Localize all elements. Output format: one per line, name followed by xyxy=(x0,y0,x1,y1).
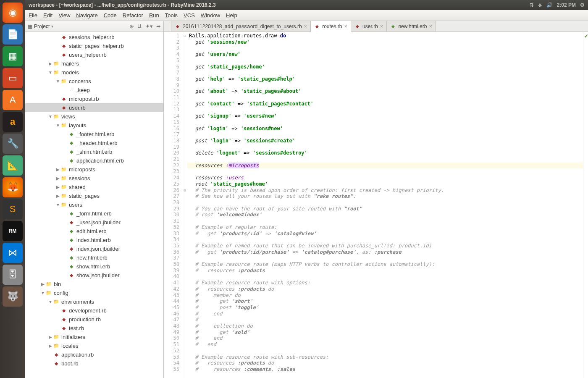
menu-run[interactable]: Run xyxy=(149,12,159,18)
editor-tab-user-rb[interactable]: ◆user.rb× xyxy=(351,21,387,32)
editor-tab-routes-rb[interactable]: ◆routes.rb× xyxy=(311,21,351,32)
menu-help[interactable]: Help xyxy=(226,12,237,18)
close-tab-icon[interactable]: × xyxy=(344,23,348,29)
expand-arrow-icon[interactable]: ▼ xyxy=(48,70,53,75)
launcher-impress[interactable]: ▭ xyxy=(3,68,23,88)
tree-item-concerns[interactable]: ▼📁concerns xyxy=(25,77,163,86)
tree-item-edit-html-erb[interactable]: ◆edit.html.erb xyxy=(25,227,163,236)
bluetooth-icon[interactable]: ⚹ xyxy=(538,2,542,8)
launcher-rubymine[interactable]: RM xyxy=(3,221,23,241)
network-icon[interactable]: ⇅ xyxy=(530,2,534,8)
volume-icon[interactable]: 🔊 xyxy=(546,2,553,8)
tree-item-static-pages-helper-rb[interactable]: ◆static_pages_helper.rb xyxy=(25,42,163,50)
tree-item-config[interactable]: ▼📁config xyxy=(25,289,163,297)
launcher-calc2[interactable]: 📐 xyxy=(3,155,23,176)
launcher-firefox[interactable]: 🦊 xyxy=(3,177,23,197)
expand-arrow-icon[interactable]: ▼ xyxy=(55,79,60,84)
tree-item--user-json-jbuilder[interactable]: ◆_user.json.jbuilder xyxy=(25,218,163,227)
tree-item-models[interactable]: ▼📁models xyxy=(25,68,163,77)
tree-item-application-rb[interactable]: ◆application.rb xyxy=(25,350,163,359)
launcher-amazon[interactable]: a xyxy=(3,112,23,132)
launcher-settings[interactable]: 🔧 xyxy=(3,134,23,154)
tree-item-production-rb[interactable]: ◆production.rb xyxy=(25,315,163,324)
tree-item-users-helper-rb[interactable]: ◆users_helper.rb xyxy=(25,50,163,59)
editor-tab-new-html-erb[interactable]: ◆new.html.erb× xyxy=(387,21,436,32)
tree-item-environments[interactable]: ▼📁environments xyxy=(25,297,163,306)
tree-item-boot-rb[interactable]: ◆boot.rb xyxy=(25,359,163,368)
expand-arrow-icon[interactable]: ▶ xyxy=(40,282,45,286)
scroll-from-source-icon[interactable]: ⊕ xyxy=(129,23,134,29)
hide-panel-icon[interactable]: ➦ xyxy=(156,23,161,29)
expand-arrow-icon[interactable]: ▼ xyxy=(48,299,53,304)
editor-tab-20161112201428-add-password-digest-to-users-rb[interactable]: ◆20161112201428_add_password_digest_to_u… xyxy=(171,21,311,32)
menu-edit[interactable]: Edit xyxy=(43,12,52,18)
tree-item-sessions-helper-rb[interactable]: ◆sessions_helper.rb xyxy=(25,33,163,42)
gear-icon[interactable]: ⚙ xyxy=(580,2,585,8)
chevron-down-icon[interactable]: ▾ xyxy=(51,24,53,29)
menu-refactor[interactable]: Refactor xyxy=(123,12,143,18)
tree-item-views[interactable]: ▼📁views xyxy=(25,112,163,121)
close-tab-icon[interactable]: × xyxy=(304,23,307,29)
tree-item-test-rb[interactable]: ◆test.rb xyxy=(25,324,163,333)
code-editor[interactable]: 1 2 3 4 5 6 7 8 9 10 11 12 13 14 15 16 1… xyxy=(164,32,588,378)
tree-item-static-pages[interactable]: ▶📁static_pages xyxy=(25,192,163,200)
tree-item--footer-html-erb[interactable]: ◆_footer.html.erb xyxy=(25,130,163,139)
tree-item-sessions[interactable]: ▶📁sessions xyxy=(25,174,163,183)
menu-view[interactable]: View xyxy=(58,12,70,18)
tree-item-users[interactable]: ▼📁users xyxy=(25,200,163,209)
launcher-gimp[interactable]: 🐺 xyxy=(3,286,23,307)
tree-item-user-rb[interactable]: ◆user.rb xyxy=(25,103,163,112)
tree-item-bin[interactable]: ▶📁bin xyxy=(25,280,163,289)
launcher-software[interactable]: A xyxy=(3,90,23,110)
launcher-calc[interactable]: ▦ xyxy=(3,46,23,66)
expand-arrow-icon[interactable]: ▶ xyxy=(55,176,60,181)
launcher-vscode[interactable]: ⋈ xyxy=(3,243,23,263)
collapse-icon[interactable]: ⇊ xyxy=(137,23,142,29)
tree-item-new-html-erb[interactable]: ◆new.html.erb xyxy=(25,253,163,262)
menu-navigate[interactable]: Navigate xyxy=(76,12,97,18)
launcher-sublime[interactable]: S xyxy=(3,199,23,219)
tree-item--shim-html-erb[interactable]: ◆_shim.html.erb xyxy=(25,147,163,156)
expand-arrow-icon[interactable]: ▶ xyxy=(55,167,60,172)
tree-item-locales[interactable]: ▶📁locales xyxy=(25,341,163,350)
tree-item-label: _form.html.erb xyxy=(76,210,112,217)
launcher-ubuntu[interactable]: ◉ xyxy=(3,3,23,23)
expand-arrow-icon[interactable]: ▶ xyxy=(55,194,60,198)
expand-arrow-icon[interactable]: ▶ xyxy=(48,335,53,339)
tree-item--form-html-erb[interactable]: ◆_form.html.erb xyxy=(25,209,163,218)
tree-item-show-json-jbuilder[interactable]: ◆show.json.jbuilder xyxy=(25,271,163,280)
tree-item-mailers[interactable]: ▶📁mailers xyxy=(25,59,163,68)
tree-item-shared[interactable]: ▶📁shared xyxy=(25,183,163,192)
expand-arrow-icon[interactable]: ▼ xyxy=(48,114,53,119)
clock[interactable]: 2:02 PM xyxy=(557,2,576,8)
expand-arrow-icon[interactable]: ▶ xyxy=(48,61,53,66)
tree-item-application-html-erb[interactable]: ◆application.html.erb xyxy=(25,156,163,165)
code-content[interactable]: Rails.application.routes.draw do get 'se… xyxy=(187,32,583,378)
tree-item-initializers[interactable]: ▶📁initializers xyxy=(25,333,163,341)
tree-item-show-html-erb[interactable]: ◆show.html.erb xyxy=(25,262,163,271)
menu-tools[interactable]: Tools xyxy=(165,12,178,18)
launcher-writer[interactable]: 📄 xyxy=(3,24,23,45)
close-tab-icon[interactable]: × xyxy=(429,23,432,29)
expand-arrow-icon[interactable]: ▶ xyxy=(48,344,53,348)
menu-vcs[interactable]: VCS xyxy=(184,12,195,18)
settings-icon[interactable]: ✦▾ xyxy=(145,23,153,29)
project-tree[interactable]: ◆sessions_helper.rb◆static_pages_helper.… xyxy=(25,32,163,378)
tree-item--keep[interactable]: ▫.keep xyxy=(25,86,163,94)
menu-window[interactable]: Window xyxy=(201,12,220,18)
tree-item-micropost-rb[interactable]: ◆micropost.rb xyxy=(25,94,163,103)
menu-code[interactable]: Code xyxy=(104,12,117,18)
tree-item-layouts[interactable]: ▼📁layouts xyxy=(25,121,163,130)
expand-arrow-icon[interactable]: ▶ xyxy=(55,185,60,189)
launcher-files[interactable]: 🗄 xyxy=(3,265,23,285)
tree-item-index-json-jbuilder[interactable]: ◆index.json.jbuilder xyxy=(25,244,163,253)
expand-arrow-icon[interactable]: ▼ xyxy=(55,123,60,128)
tree-item--header-html-erb[interactable]: ◆_header.html.erb xyxy=(25,139,163,147)
tree-item-index-html-erb[interactable]: ◆index.html.erb xyxy=(25,236,163,244)
menu-file[interactable]: File xyxy=(29,12,37,18)
tree-item-microposts[interactable]: ▶📁microposts xyxy=(25,165,163,174)
close-tab-icon[interactable]: × xyxy=(380,23,383,29)
tree-item-development-rb[interactable]: ◆development.rb xyxy=(25,306,163,315)
expand-arrow-icon[interactable]: ▼ xyxy=(40,291,45,295)
expand-arrow-icon[interactable]: ▼ xyxy=(55,202,60,207)
